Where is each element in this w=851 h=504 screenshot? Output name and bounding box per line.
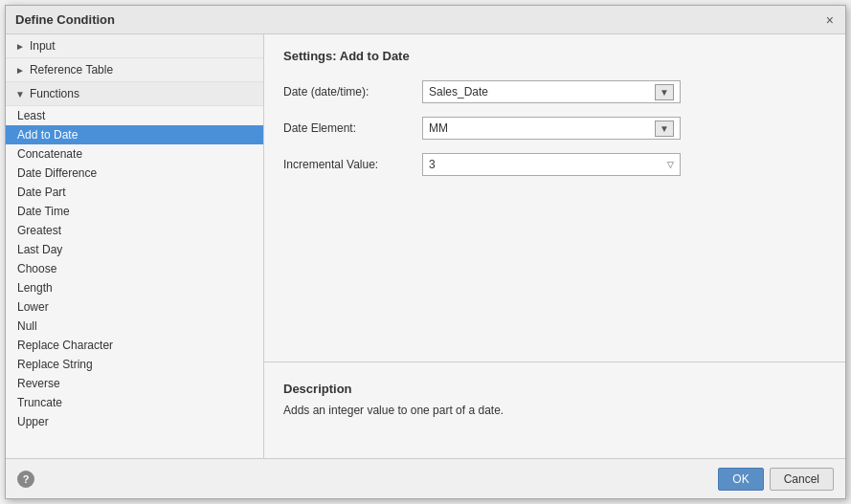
dialog-title: Define Condition bbox=[15, 12, 115, 27]
input-label: Input bbox=[30, 39, 56, 53]
tree-item-input[interactable]: ► Input bbox=[6, 34, 263, 58]
functions-list-container: Least Add to Date Concatenate Date Diffe… bbox=[6, 106, 263, 458]
func-item-concatenate[interactable]: Concatenate bbox=[6, 144, 263, 164]
settings-title: Settings: Add to Date bbox=[283, 49, 826, 63]
func-item-date-time[interactable]: Date Time bbox=[6, 202, 263, 221]
date-label: Date (date/time): bbox=[283, 85, 422, 99]
incremental-input[interactable]: 3 ▽ bbox=[422, 153, 681, 176]
incremental-row: Incremental Value: 3 ▽ bbox=[283, 153, 826, 176]
date-element-dropdown-arrow: ▼ bbox=[655, 121, 674, 137]
func-item-add-to-date[interactable]: Add to Date bbox=[6, 125, 263, 144]
incremental-label: Incremental Value: bbox=[283, 158, 422, 171]
func-item-least[interactable]: Least bbox=[6, 106, 263, 125]
description-section: Description Adds an integer value to one… bbox=[264, 372, 845, 458]
func-item-reverse[interactable]: Reverse bbox=[6, 374, 263, 393]
func-item-date-difference[interactable]: Date Difference bbox=[6, 164, 263, 183]
date-control: Sales_Date ▼ bbox=[422, 80, 681, 103]
func-item-lower[interactable]: Lower bbox=[6, 297, 263, 317]
close-button[interactable]: × bbox=[824, 13, 836, 27]
right-panel: Settings: Add to Date Date (date/time): … bbox=[264, 34, 845, 458]
incremental-arrow: ▽ bbox=[667, 160, 674, 169]
ok-button[interactable]: OK bbox=[718, 468, 763, 491]
incremental-control: 3 ▽ bbox=[422, 153, 681, 176]
functions-label: Functions bbox=[30, 87, 79, 100]
footer-buttons: OK Cancel bbox=[718, 468, 834, 491]
func-item-date-part[interactable]: Date Part bbox=[6, 183, 263, 202]
func-item-length[interactable]: Length bbox=[6, 278, 263, 297]
reference-table-label: Reference Table bbox=[30, 63, 113, 77]
func-item-null[interactable]: Null bbox=[6, 317, 263, 336]
dialog-body: ► Input ► Reference Table ▼ Functions Le… bbox=[6, 34, 845, 458]
tree-item-reference-table[interactable]: ► Reference Table bbox=[6, 58, 263, 82]
chevron-right-icon: ► bbox=[15, 41, 25, 52]
date-element-row: Date Element: MM ▼ bbox=[283, 117, 826, 140]
date-element-control: MM ▼ bbox=[422, 117, 681, 140]
func-item-choose[interactable]: Choose bbox=[6, 259, 263, 278]
chevron-down-icon: ▼ bbox=[15, 89, 25, 99]
description-text: Adds an integer value to one part of a d… bbox=[283, 404, 826, 417]
func-item-last-day[interactable]: Last Day bbox=[6, 240, 263, 259]
func-item-upper[interactable]: Upper bbox=[6, 412, 263, 431]
footer-left: ? bbox=[17, 471, 34, 488]
incremental-value: 3 bbox=[429, 158, 436, 171]
func-item-truncate[interactable]: Truncate bbox=[6, 393, 263, 412]
date-value: Sales_Date bbox=[429, 85, 488, 99]
date-row: Date (date/time): Sales_Date ▼ bbox=[283, 80, 826, 103]
date-select[interactable]: Sales_Date ▼ bbox=[422, 80, 681, 103]
dialog-footer: ? OK Cancel bbox=[6, 458, 845, 498]
tree-item-functions[interactable]: ▼ Functions bbox=[6, 82, 263, 106]
func-item-greatest[interactable]: Greatest bbox=[6, 221, 263, 240]
divider bbox=[264, 362, 845, 362]
chevron-right-icon-2: ► bbox=[15, 65, 25, 76]
left-panel: ► Input ► Reference Table ▼ Functions Le… bbox=[6, 34, 264, 458]
define-condition-dialog: Define Condition × ► Input ► Reference T… bbox=[5, 5, 846, 499]
functions-list: Least Add to Date Concatenate Date Diffe… bbox=[6, 106, 263, 458]
cancel-button[interactable]: Cancel bbox=[770, 468, 834, 491]
description-title: Description bbox=[283, 382, 826, 396]
dialog-titlebar: Define Condition × bbox=[6, 6, 845, 34]
date-element-select[interactable]: MM ▼ bbox=[422, 117, 681, 140]
help-icon[interactable]: ? bbox=[17, 471, 34, 488]
func-item-replace-character[interactable]: Replace Character bbox=[6, 336, 263, 355]
date-element-value: MM bbox=[429, 121, 448, 135]
settings-section: Settings: Add to Date Date (date/time): … bbox=[264, 34, 845, 362]
date-element-label: Date Element: bbox=[283, 121, 422, 135]
date-dropdown-arrow: ▼ bbox=[655, 84, 674, 100]
func-item-replace-string[interactable]: Replace String bbox=[6, 355, 263, 374]
